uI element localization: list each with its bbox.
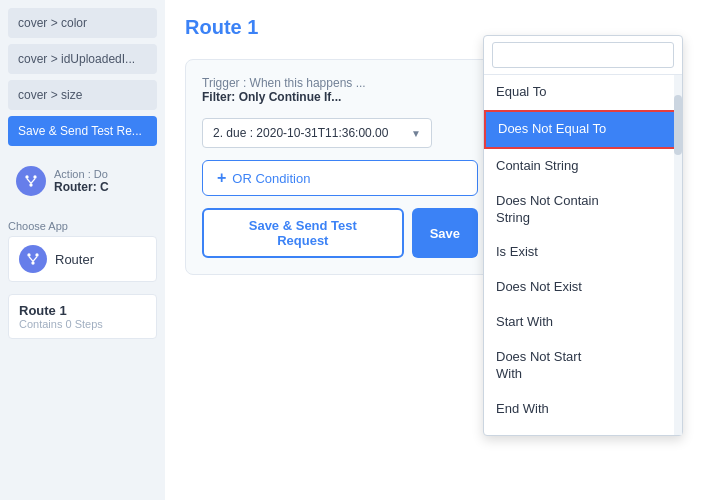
svg-point-0 (25, 175, 28, 178)
dropdown-menu: Equal To Does Not Equal To Contain Strin… (483, 35, 683, 436)
dropdown-item-is-exist[interactable]: Is Exist (484, 235, 682, 270)
action-icon (16, 166, 46, 196)
action-item[interactable]: Action : Do Router: C (8, 160, 157, 202)
condition-select[interactable]: 2. due : 2020-10-31T11:36:00.00 ▼ (202, 118, 432, 148)
trigger-text: Trigger : When this happens ... (202, 76, 478, 90)
dropdown-item-does-not-end-with[interactable]: Does Not End With (484, 427, 682, 435)
router-item[interactable]: Router (8, 236, 157, 282)
sidebar-item-save-send[interactable]: Save & Send Test Re... (8, 116, 157, 146)
or-condition-label: OR Condition (232, 171, 310, 186)
button-row: Save & Send Test Request Save (202, 208, 478, 258)
route-item[interactable]: Route 1 Contains 0 Steps (8, 294, 157, 339)
svg-line-4 (31, 179, 35, 184)
dropdown-item-start-with[interactable]: Start With (484, 305, 682, 340)
svg-point-2 (29, 183, 32, 186)
action-label: Action : Do (54, 168, 109, 180)
svg-line-3 (27, 179, 31, 184)
sidebar-item-size[interactable]: cover > size (8, 80, 157, 110)
dropdown-item-does-not-exist[interactable]: Does Not Exist (484, 270, 682, 305)
router-icon (19, 245, 47, 273)
condition-row: 2. due : 2020-10-31T11:36:00.00 ▼ (202, 118, 478, 148)
dropdown-search-container (484, 36, 682, 75)
svg-point-7 (31, 261, 34, 264)
dropdown-item-does-not-start-with[interactable]: Does Not StartWith (484, 340, 682, 392)
choose-app-section: Choose App Router (8, 220, 157, 288)
or-condition-button[interactable]: + OR Condition (202, 160, 478, 196)
filter-text: Filter: Only Continue If... (202, 90, 478, 104)
dropdown-item-does-not-equal-to[interactable]: Does Not Equal To (484, 110, 682, 149)
router-label: Router (55, 252, 94, 267)
svg-point-1 (33, 175, 36, 178)
choose-app-label: Choose App (8, 220, 157, 232)
svg-line-9 (33, 257, 37, 262)
scrollbar-thumb (674, 95, 682, 155)
dropdown-item-does-not-contain-string[interactable]: Does Not ContainString (484, 184, 682, 236)
dropdown-item-contain-string[interactable]: Contain String (484, 149, 682, 184)
save-send-button[interactable]: Save & Send Test Request (202, 208, 404, 258)
svg-line-8 (29, 257, 33, 262)
dropdown-search-input[interactable] (492, 42, 674, 68)
action-sub: Router: C (54, 180, 109, 194)
plus-icon: + (217, 169, 226, 187)
condition-value: 2. due : 2020-10-31T11:36:00.00 (213, 126, 388, 140)
route-sub: Contains 0 Steps (19, 318, 146, 330)
dropdown-item-end-with[interactable]: End With (484, 392, 682, 427)
sidebar-item-idUploaded[interactable]: cover > idUploadedI... (8, 44, 157, 74)
route-title: Route 1 (19, 303, 146, 318)
svg-point-5 (27, 253, 30, 256)
scrollbar-track (674, 75, 682, 435)
filter-card: Trigger : When this happens ... Filter: … (185, 59, 495, 275)
dropdown-item-equal-to[interactable]: Equal To (484, 75, 682, 110)
svg-point-6 (35, 253, 38, 256)
chevron-down-icon: ▼ (411, 128, 421, 139)
sidebar: cover > color cover > idUploadedI... cov… (0, 0, 165, 500)
dropdown-list: Equal To Does Not Equal To Contain Strin… (484, 75, 682, 435)
sidebar-item-color[interactable]: cover > color (8, 8, 157, 38)
save-button[interactable]: Save (412, 208, 478, 258)
